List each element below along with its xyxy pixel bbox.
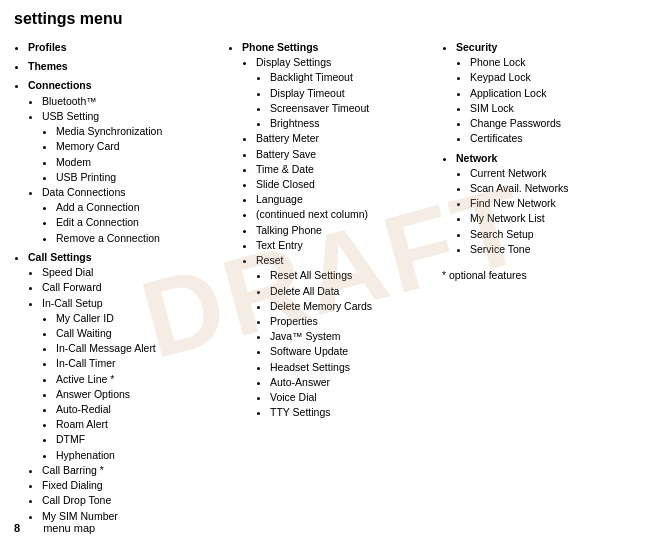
list-item: Call Waiting: [56, 326, 224, 341]
list-item: USB SettingMedia SynchronizationMemory C…: [42, 109, 224, 185]
list-item: My Caller ID: [56, 311, 224, 326]
list-item: Change Passwords: [470, 116, 652, 131]
list-item: DTMF: [56, 432, 224, 447]
list-item: Phone SettingsDisplay SettingsBacklight …: [242, 40, 438, 420]
list-item: Roam Alert: [56, 417, 224, 432]
list-item: Display SettingsBacklight TimeoutDisplay…: [256, 55, 438, 131]
list-item: Text Entry: [256, 238, 438, 253]
optional-note: * optional features: [442, 269, 652, 281]
page-title: settings menu: [14, 10, 656, 28]
list-item: Voice Dial: [270, 390, 438, 405]
list-item: Java™ System: [270, 329, 438, 344]
page-container: DRAFT settings menu ProfilesThemesConnec…: [0, 0, 670, 542]
list-item: Service Tone: [470, 242, 652, 257]
list-item: Call Barring *: [42, 463, 224, 478]
list-item: Battery Meter: [256, 131, 438, 146]
list-item: Brightness: [270, 116, 438, 131]
list-item: Hyphenation: [56, 448, 224, 463]
column-2: Phone SettingsDisplay SettingsBacklight …: [228, 36, 442, 420]
columns-container: ProfilesThemesConnectionsBluetooth™USB S…: [14, 36, 656, 524]
list-item: Data ConnectionsAdd a ConnectionEdit a C…: [42, 185, 224, 246]
column-1: ProfilesThemesConnectionsBluetooth™USB S…: [14, 36, 228, 524]
footer-label: menu map: [43, 522, 95, 534]
list-item: Application Lock: [470, 86, 652, 101]
list-item: Find New Network: [470, 196, 652, 211]
list-item: Time & Date: [256, 162, 438, 177]
footer-number: 8: [14, 522, 20, 534]
list-item: SecurityPhone LockKeypad LockApplication…: [456, 40, 652, 147]
list-item: NetworkCurrent NetworkScan Avail. Networ…: [456, 151, 652, 258]
list-item: Certificates: [470, 131, 652, 146]
list-item: Bluetooth™: [42, 94, 224, 109]
list-item: Current Network: [470, 166, 652, 181]
list-item: ResetReset All SettingsDelete All DataDe…: [256, 253, 438, 420]
list-item: Auto-Redial: [56, 402, 224, 417]
list-item: Call Drop Tone: [42, 493, 224, 508]
list-item: ConnectionsBluetooth™USB SettingMedia Sy…: [28, 78, 224, 245]
list-item: In-Call Timer: [56, 356, 224, 371]
list-item: Speed Dial: [42, 265, 224, 280]
list-item: Talking Phone: [256, 223, 438, 238]
list-item: Active Line *: [56, 372, 224, 387]
list-item: Screensaver Timeout: [270, 101, 438, 116]
list-item: Memory Card: [56, 139, 224, 154]
list-item: Modem: [56, 155, 224, 170]
list-item: Add a Connection: [56, 200, 224, 215]
list-item: My Network List: [470, 211, 652, 226]
list-item: Delete All Data: [270, 284, 438, 299]
list-item: Display Timeout: [270, 86, 438, 101]
list-item: Reset All Settings: [270, 268, 438, 283]
footer: 8 menu map: [14, 522, 95, 534]
list-item: Call SettingsSpeed DialCall ForwardIn-Ca…: [28, 250, 224, 524]
list-item: Media Synchronization: [56, 124, 224, 139]
list-item: Fixed Dialing: [42, 478, 224, 493]
list-item: In-Call SetupMy Caller IDCall WaitingIn-…: [42, 296, 224, 463]
list-item: In-Call Message Alert: [56, 341, 224, 356]
list-item: Remove a Connection: [56, 231, 224, 246]
list-item: Battery Save: [256, 147, 438, 162]
list-item: Properties: [270, 314, 438, 329]
list-item: TTY Settings: [270, 405, 438, 420]
list-item: Headset Settings: [270, 360, 438, 375]
list-item: Language: [256, 192, 438, 207]
list-item: Scan Avail. Networks: [470, 181, 652, 196]
list-item: Delete Memory Cards: [270, 299, 438, 314]
list-item: (continued next column): [256, 207, 438, 222]
list-item: Answer Options: [56, 387, 224, 402]
list-item: Auto-Answer: [270, 375, 438, 390]
list-item: Phone Lock: [470, 55, 652, 70]
column-3: SecurityPhone LockKeypad LockApplication…: [442, 36, 656, 281]
list-item: Themes: [28, 59, 224, 74]
list-item: Keypad Lock: [470, 70, 652, 85]
list-item: Edit a Connection: [56, 215, 224, 230]
list-item: Profiles: [28, 40, 224, 55]
list-item: SIM Lock: [470, 101, 652, 116]
list-item: USB Printing: [56, 170, 224, 185]
list-item: Slide Closed: [256, 177, 438, 192]
list-item: Call Forward: [42, 280, 224, 295]
list-item: Backlight Timeout: [270, 70, 438, 85]
list-item: Software Update: [270, 344, 438, 359]
list-item: Search Setup: [470, 227, 652, 242]
